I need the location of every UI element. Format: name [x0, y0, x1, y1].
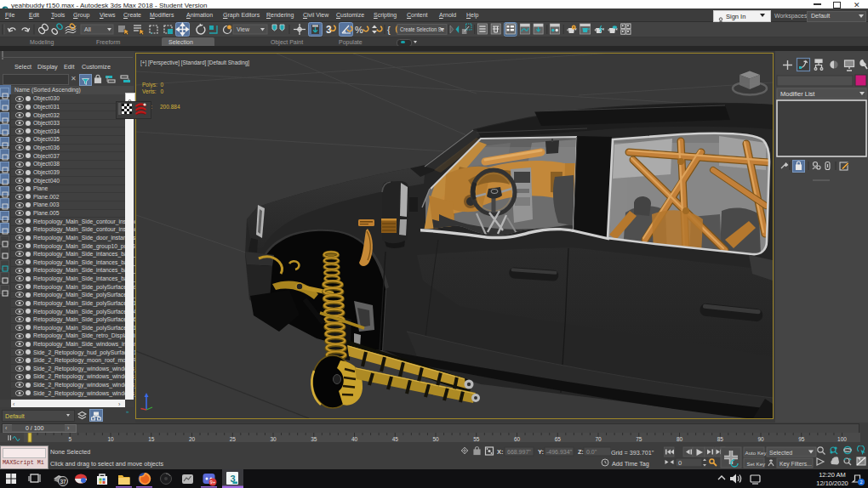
svg-text:-496.934": -496.934": [546, 449, 573, 455]
svg-text:668.997": 668.997": [507, 449, 531, 455]
svg-text:12:20 AM: 12:20 AM: [819, 471, 846, 479]
svg-text:70: 70: [595, 436, 602, 442]
svg-text:Z:: Z:: [578, 448, 584, 456]
svg-text:65: 65: [555, 436, 562, 442]
svg-text:Modifier List: Modifier List: [780, 90, 815, 98]
svg-text:All: All: [84, 26, 91, 32]
svg-text:Selected: Selected: [769, 450, 792, 456]
svg-text:37: 37: [60, 479, 66, 485]
svg-text:35: 35: [311, 436, 317, 442]
svg-text:90: 90: [757, 436, 764, 442]
svg-text:45: 45: [392, 436, 399, 442]
svg-text:85: 85: [717, 436, 724, 442]
svg-text:20: 20: [189, 436, 196, 442]
svg-text:25: 25: [230, 436, 237, 442]
svg-text:Auto Key: Auto Key: [745, 450, 768, 456]
svg-text:75: 75: [636, 436, 642, 442]
svg-text:30: 30: [270, 436, 277, 442]
svg-text:Set Key: Set Key: [747, 461, 767, 467]
svg-text:Polys:: Polys:: [142, 82, 157, 88]
svg-text:50: 50: [432, 436, 439, 442]
svg-text:55: 55: [473, 436, 480, 442]
svg-text:Y:: Y:: [538, 448, 544, 456]
svg-text:40: 40: [351, 436, 358, 442]
svg-text:200.884: 200.884: [160, 104, 180, 110]
svg-text:80: 80: [677, 436, 683, 442]
svg-text:60: 60: [514, 436, 521, 442]
svg-text:100: 100: [837, 436, 847, 442]
svg-text:2: 2: [859, 479, 862, 485]
svg-text:Create Selection Se: Create Selection Se: [400, 26, 444, 32]
svg-text:{: {: [387, 25, 391, 35]
svg-text:0: 0: [161, 88, 164, 94]
svg-text:12/10/2020: 12/10/2020: [816, 479, 848, 487]
svg-text:X:: X:: [497, 448, 504, 456]
svg-text:%: %: [355, 25, 363, 35]
svg-text:0: 0: [161, 82, 164, 88]
svg-text:Verts:: Verts:: [142, 88, 157, 94]
svg-text:5: 5: [68, 436, 71, 442]
svg-text:0.0": 0.0": [586, 449, 597, 455]
svg-text:View: View: [237, 26, 250, 32]
svg-text:15: 15: [148, 436, 155, 442]
svg-text:10: 10: [107, 436, 114, 442]
svg-text:[+] [Perspective] [Standard] [: [+] [Perspective] [Standard] [Default Sh…: [140, 60, 249, 66]
svg-text:0: 0: [678, 459, 682, 467]
svg-text:9+: 9+: [210, 479, 215, 485]
svg-text:Key Filters...: Key Filters...: [779, 461, 812, 468]
svg-text:95: 95: [798, 436, 805, 442]
